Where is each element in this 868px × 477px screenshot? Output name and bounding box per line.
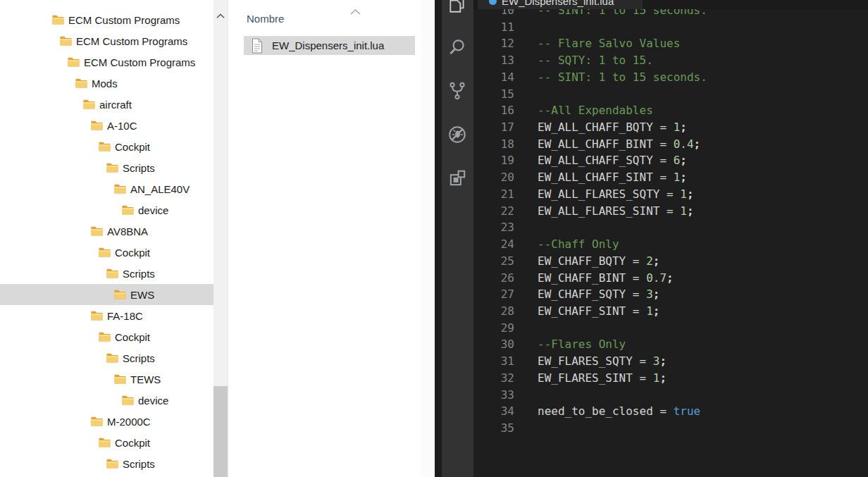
code-area[interactable]: 10-- SINT: 1 to 15 seconds.1112-- Flare … xyxy=(473,2,868,437)
token: ; xyxy=(680,120,687,134)
token: --Chaff Only xyxy=(538,237,619,251)
folder-icon xyxy=(91,416,103,426)
code-line-25[interactable]: 25EW_CHAFF_BQTY = 2; xyxy=(473,253,868,270)
code-line-16[interactable]: 16--All Expendables xyxy=(473,102,868,119)
tree-item-label: Scripts xyxy=(123,352,155,364)
code-text: EW_ALL_FLARES_SINT = 1; xyxy=(538,204,694,218)
tree-item-ecm-custom-programs[interactable]: ECM Custom Programs xyxy=(0,9,213,30)
tree-scrollbar-thumb[interactable] xyxy=(213,386,228,477)
token: EW_CHAFF_SQTY xyxy=(538,287,626,301)
token: 1 xyxy=(680,187,687,201)
tree-item-cockpit[interactable]: Cockpit xyxy=(0,432,213,453)
tree-item-av8bna[interactable]: AV8BNA xyxy=(0,221,213,242)
code-text: EW_ALL_CHAFF_BINT = 0.4; xyxy=(538,137,700,151)
tab-bar: EW_Dispensers_init.lua xyxy=(473,0,868,9)
code-editor[interactable]: 10-- SINT: 1 to 15 seconds.1112-- Flare … xyxy=(473,0,868,477)
code-line-13[interactable]: 13-- SQTY: 1 to 15. xyxy=(473,52,868,69)
tree-item-ews[interactable]: EWS xyxy=(0,284,213,305)
tree-item-device[interactable]: device xyxy=(0,390,213,411)
line-number: 31 xyxy=(473,353,514,370)
tree-item-scripts[interactable]: Scripts xyxy=(0,157,213,178)
tree-item-scripts[interactable]: Scripts xyxy=(0,263,213,284)
tree-item-scripts[interactable]: Scripts xyxy=(0,347,213,368)
tree-item-label: ECM Custom Programs xyxy=(76,35,187,47)
activity-bar xyxy=(442,0,473,477)
token: ; xyxy=(666,271,674,285)
column-header-nombre[interactable]: Nombre xyxy=(228,11,418,28)
line-number: 34 xyxy=(473,403,514,420)
token: = xyxy=(633,354,653,368)
code-line-15[interactable]: 15 xyxy=(473,86,868,103)
token: -- SINT: 1 to 15 seconds. xyxy=(538,70,707,84)
tree-item-aircraft[interactable]: aircraft xyxy=(0,94,213,115)
tree-item-label: Scripts xyxy=(123,162,155,174)
code-line-27[interactable]: 27EW_CHAFF_SQTY = 3; xyxy=(473,286,868,303)
code-line-14[interactable]: 14-- SINT: 1 to 15 seconds. xyxy=(473,69,868,86)
tree-item-ecm-custom-programs[interactable]: ECM Custom Programs xyxy=(0,51,213,73)
tab-ew-dispensers-init-lua[interactable]: EW_Dispensers_init.lua xyxy=(478,0,643,9)
code-line-30[interactable]: 30--Flares Only xyxy=(473,336,868,353)
code-line-32[interactable]: 32EW_FLARES_SINT = 1; xyxy=(473,370,868,387)
folder-icon xyxy=(122,395,134,405)
tree-item-an-ale40v[interactable]: AN_ALE40V xyxy=(0,178,213,199)
tree-item-cockpit[interactable]: Cockpit xyxy=(0,242,213,263)
code-line-20[interactable]: 20EW_ALL_CHAFF_SINT = 1; xyxy=(473,169,868,186)
code-line-22[interactable]: 22EW_ALL_FLARES_SINT = 1; xyxy=(473,203,868,220)
code-text: EW_ALL_CHAFF_SQTY = 6; xyxy=(538,154,687,167)
file-item-ew-dispensers-init-lua[interactable]: EW_Dispensers_init.lua xyxy=(244,36,415,55)
code-line-11[interactable]: 11 xyxy=(473,19,868,36)
token: = xyxy=(633,371,653,385)
tree-item-fa-18c[interactable]: FA-18C xyxy=(0,305,213,326)
folder-icon xyxy=(91,226,103,236)
tree-item-ecm-custom-programs[interactable]: ECM Custom Programs xyxy=(0,30,213,51)
token: EW_FLARES_SINT xyxy=(538,371,633,385)
tree-item-label: Cockpit xyxy=(115,331,150,343)
code-text: -- Flare Salvo Values xyxy=(538,37,680,50)
sort-ascending-icon xyxy=(350,5,361,18)
code-line-33[interactable]: 33 xyxy=(473,387,868,404)
tree-item-label: TEWS xyxy=(130,373,161,385)
tree-item-cockpit[interactable]: Cockpit xyxy=(0,326,213,347)
code-line-26[interactable]: 26EW_CHAFF_BINT = 0.7; xyxy=(473,270,868,287)
scroll-up-icon[interactable] xyxy=(216,9,225,22)
token: = xyxy=(653,171,674,184)
code-text: --Flares Only xyxy=(538,337,626,351)
code-text: EW_CHAFF_BQTY = 2; xyxy=(538,254,659,268)
tree-scrollbar[interactable] xyxy=(213,0,228,477)
tree-item-label: Scripts xyxy=(123,458,155,470)
token: EW_ALL_FLARES_SINT xyxy=(538,204,659,218)
code-line-18[interactable]: 18EW_ALL_CHAFF_BINT = 0.4; xyxy=(473,136,868,153)
token: ; xyxy=(680,154,687,167)
tree-item-label: ECM Custom Programs xyxy=(84,56,195,68)
code-line-29[interactable]: 29 xyxy=(473,320,868,337)
tree-item-cockpit[interactable]: Cockpit xyxy=(0,136,213,157)
line-number: 35 xyxy=(473,420,514,437)
tree-item-label: AN_ALE40V xyxy=(130,183,190,195)
folder-tree-panel[interactable]: ECM Custom ProgramsECM Custom ProgramsEC… xyxy=(0,0,213,477)
vscode-window: 10-- SINT: 1 to 15 seconds.1112-- Flare … xyxy=(435,0,868,477)
code-line-24[interactable]: 24--Chaff Only xyxy=(473,236,868,253)
tree-item-tews[interactable]: TEWS xyxy=(0,368,213,390)
folder-icon xyxy=(91,311,103,321)
code-line-21[interactable]: 21EW_ALL_FLARES_SQTY = 1; xyxy=(473,186,868,203)
tree-item-a-10c[interactable]: A-10C xyxy=(0,115,213,136)
line-number: 14 xyxy=(473,69,514,86)
folder-icon xyxy=(122,205,134,215)
tree-item-mods[interactable]: Mods xyxy=(0,73,213,94)
code-line-34[interactable]: 34need_to_be_closed = true xyxy=(473,403,868,420)
token: EW_ALL_CHAFF_BQTY xyxy=(538,120,653,134)
tree-item-device[interactable]: device xyxy=(0,199,213,221)
token: 1 xyxy=(646,304,653,318)
code-line-23[interactable]: 23 xyxy=(473,219,868,236)
code-line-28[interactable]: 28EW_CHAFF_SINT = 1; xyxy=(473,303,868,320)
line-number: 18 xyxy=(473,136,514,153)
folder-icon xyxy=(91,120,103,130)
tree-item-m-2000c[interactable]: M-2000C xyxy=(0,411,213,432)
tree-item-scripts[interactable]: Scripts xyxy=(0,453,213,474)
code-line-17[interactable]: 17EW_ALL_CHAFF_BQTY = 1; xyxy=(473,119,868,136)
code-line-19[interactable]: 19EW_ALL_CHAFF_SQTY = 6; xyxy=(473,152,868,169)
code-line-12[interactable]: 12-- Flare Salvo Values xyxy=(473,35,868,52)
token: EW_ALL_CHAFF_SINT xyxy=(538,171,653,184)
code-line-35[interactable]: 35 xyxy=(473,420,868,437)
code-line-31[interactable]: 31EW_FLARES_SQTY = 3; xyxy=(473,353,868,370)
